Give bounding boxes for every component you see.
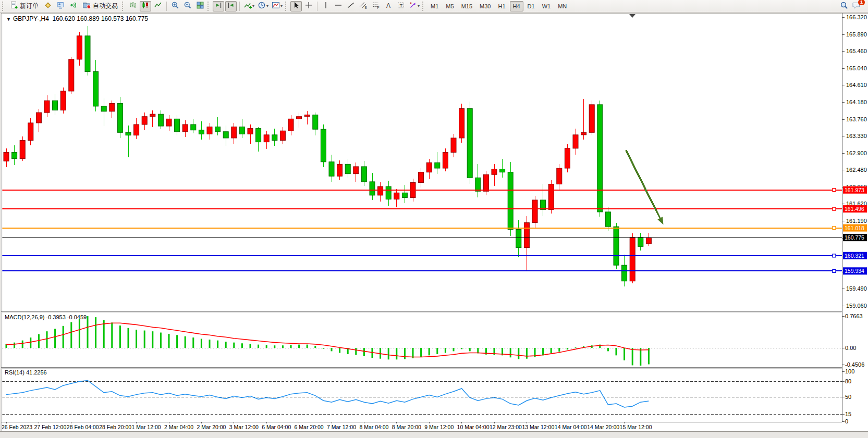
text-tool-button[interactable]: A bbox=[383, 1, 394, 11]
crosshair-icon bbox=[304, 1, 313, 11]
horizontal-line-tool-button[interactable] bbox=[333, 1, 344, 11]
auto-scroll-button[interactable] bbox=[213, 1, 224, 11]
line-chart-button[interactable] bbox=[152, 1, 164, 11]
svg-text:28 Feb 20:00: 28 Feb 20:00 bbox=[99, 424, 131, 430]
svg-text:A: A bbox=[386, 2, 390, 9]
new-chart-icon bbox=[243, 1, 252, 11]
signal-button[interactable] bbox=[67, 1, 79, 11]
chart-shift-icon bbox=[227, 1, 235, 11]
svg-text:-0.4506: -0.4506 bbox=[845, 361, 864, 368]
crosshair-tool-button[interactable] bbox=[303, 1, 314, 11]
new-order-button[interactable]: 新订单 bbox=[7, 1, 41, 11]
text-label-tool-button[interactable]: T bbox=[395, 1, 407, 11]
svg-text:80: 80 bbox=[845, 378, 851, 384]
zoom-out-icon bbox=[184, 1, 192, 11]
cursor-tool-button[interactable] bbox=[290, 1, 302, 11]
timeframe-button-M1[interactable]: M1 bbox=[427, 1, 442, 11]
periods-button[interactable]: ▾ bbox=[256, 1, 270, 11]
svg-text:0: 0 bbox=[845, 418, 848, 424]
group-drag-handle[interactable] bbox=[207, 2, 210, 11]
svg-text:1 Mar 12:00: 1 Mar 12:00 bbox=[132, 424, 161, 430]
svg-text:100: 100 bbox=[845, 368, 854, 374]
profile-icon bbox=[56, 1, 65, 11]
timeframe-group: M1M5M15M30H1H4D1W1MN bbox=[427, 1, 570, 11]
chart-shift-button[interactable] bbox=[225, 1, 237, 11]
group-drag-handle[interactable] bbox=[122, 2, 125, 11]
timeframe-button-D1[interactable]: D1 bbox=[524, 1, 538, 11]
svg-text:14 Mar 20:00: 14 Mar 20:00 bbox=[587, 424, 619, 430]
auto-trading-button[interactable]: 自动交易 bbox=[80, 1, 120, 11]
timeframe-button-W1[interactable]: W1 bbox=[539, 1, 554, 11]
svg-text:165.460: 165.460 bbox=[846, 48, 867, 54]
auto-trading-label: 自动交易 bbox=[93, 2, 118, 10]
text-label-icon: T bbox=[397, 1, 405, 11]
group-drag-handle[interactable] bbox=[285, 2, 288, 11]
svg-text:50: 50 bbox=[845, 394, 851, 400]
timeframe-button-M15[interactable]: M15 bbox=[458, 1, 475, 11]
timeframe-button-MN[interactable]: MN bbox=[555, 1, 570, 11]
vertical-line-icon bbox=[322, 1, 330, 11]
equidistant-channel-icon: E bbox=[359, 1, 368, 11]
svg-text:9 Mar 12:00: 9 Mar 12:00 bbox=[424, 424, 454, 430]
svg-text:162.900: 162.900 bbox=[846, 150, 867, 156]
svg-text:161.496: 161.496 bbox=[845, 206, 864, 212]
timeframe-button-H4[interactable]: H4 bbox=[510, 1, 523, 11]
symbol-dropdown-icon[interactable]: ▼ bbox=[6, 17, 11, 22]
svg-text:163.760: 163.760 bbox=[846, 116, 867, 122]
tile-windows-icon bbox=[196, 1, 204, 11]
profile-button[interactable] bbox=[55, 1, 66, 11]
candlestick-chart-icon bbox=[141, 1, 150, 11]
svg-text:160.775: 160.775 bbox=[845, 234, 864, 241]
svg-text:166.320: 166.320 bbox=[846, 14, 867, 20]
trendline-tool-button[interactable] bbox=[345, 1, 357, 11]
chevron-down-icon: ▾ bbox=[418, 4, 420, 8]
zoom-in-button[interactable] bbox=[169, 1, 181, 11]
svg-text:28 Feb 04:00: 28 Feb 04:00 bbox=[67, 424, 99, 430]
svg-text:E: E bbox=[365, 6, 368, 9]
timeframe-button-M5[interactable]: M5 bbox=[443, 1, 457, 11]
cursor-icon bbox=[292, 1, 300, 11]
rsi-indicator-label: RSI(14) 41.2256 bbox=[5, 369, 47, 376]
bar-chart-button[interactable] bbox=[127, 1, 139, 11]
arrow-shapes-icon bbox=[409, 1, 417, 11]
svg-text:159.060: 159.060 bbox=[846, 303, 867, 309]
svg-text:163.330: 163.330 bbox=[846, 133, 867, 139]
arrows-tool-button[interactable]: ▾ bbox=[408, 1, 421, 11]
auto-scroll-icon bbox=[214, 1, 223, 11]
timeframe-button-M30[interactable]: M30 bbox=[476, 1, 494, 11]
fibonacci-icon: F bbox=[372, 1, 380, 11]
timeframe-button-H1[interactable]: H1 bbox=[495, 1, 508, 11]
zoom-out-button[interactable] bbox=[182, 1, 193, 11]
trendline-icon bbox=[347, 1, 355, 11]
chevron-down-icon: ▾ bbox=[280, 4, 283, 8]
toolbar-drag-handle[interactable] bbox=[2, 2, 5, 11]
svg-text:3 Mar 12:00: 3 Mar 12:00 bbox=[229, 424, 259, 430]
gold-diamond-icon bbox=[44, 1, 52, 11]
macd-indicator-label: MACD(12,26,9) -0.3953 -0.0459 bbox=[5, 314, 87, 320]
svg-text:12 Mar 23:00: 12 Mar 23:00 bbox=[490, 424, 522, 430]
svg-text:159.934: 159.934 bbox=[845, 268, 864, 274]
channel-tool-button[interactable]: E bbox=[358, 1, 369, 11]
new-order-icon bbox=[10, 1, 18, 11]
zoom-in-icon bbox=[171, 1, 179, 11]
svg-text:13 Mar 12:00: 13 Mar 12:00 bbox=[522, 424, 554, 430]
deposit-button[interactable] bbox=[42, 1, 54, 11]
svg-text:164.610: 164.610 bbox=[846, 82, 867, 88]
svg-text:6 Mar 20:00: 6 Mar 20:00 bbox=[295, 424, 324, 430]
svg-text:26 Feb 2023: 26 Feb 2023 bbox=[2, 424, 32, 430]
new-chart-button[interactable]: ▾ bbox=[242, 1, 255, 11]
chart-canvas[interactable]: 166.320165.890165.460165.040164.610164.1… bbox=[0, 12, 868, 438]
svg-text:161.018: 161.018 bbox=[845, 225, 864, 231]
search-button[interactable] bbox=[838, 1, 850, 11]
chart-symbol: GBPJPY-,H4 bbox=[13, 15, 49, 22]
candlestick-chart-button[interactable] bbox=[140, 1, 151, 11]
chart-ohlc: 160.620 160.889 160.573 160.775 bbox=[53, 15, 149, 22]
templates-button[interactable]: ▾ bbox=[271, 1, 284, 11]
svg-text:6 Mar 04:00: 6 Mar 04:00 bbox=[262, 424, 291, 430]
vertical-line-tool-button[interactable] bbox=[320, 1, 332, 11]
group-drag-handle[interactable] bbox=[422, 2, 425, 11]
tile-windows-button[interactable] bbox=[194, 1, 206, 11]
fibonacci-tool-button[interactable]: F bbox=[370, 1, 382, 11]
toolbar: 新订单 自动交易 bbox=[0, 0, 868, 12]
svg-text:27 Feb 12:00: 27 Feb 12:00 bbox=[34, 424, 66, 430]
